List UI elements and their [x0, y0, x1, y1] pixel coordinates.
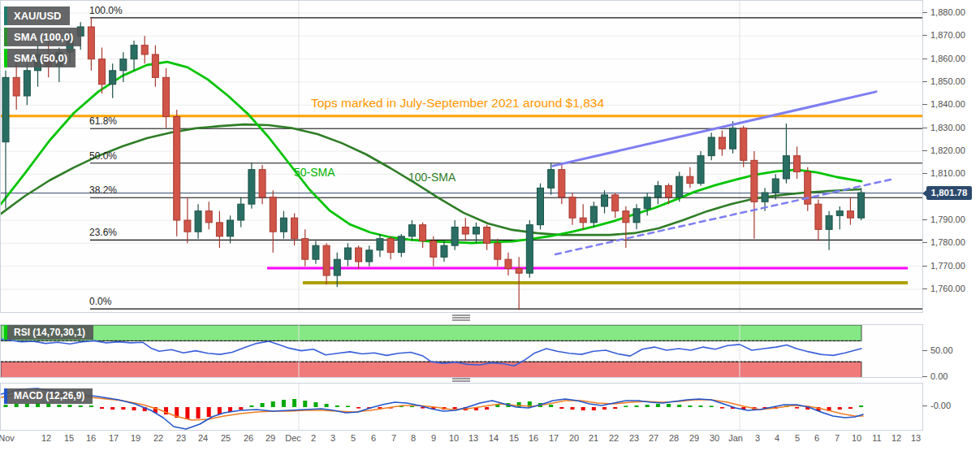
rsi-pane[interactable]: [0, 324, 923, 378]
candlestick-chart: [1, 1, 922, 312]
date-label: 11: [872, 433, 881, 443]
date-label: Dec: [285, 433, 301, 443]
fib-level-label: 38.2%: [89, 184, 117, 196]
date-label: 17: [549, 433, 559, 443]
date-label: 28: [669, 433, 679, 443]
axis-tick: [922, 104, 927, 105]
fib-level-label: 23.6%: [89, 227, 117, 238]
axis-value-label: 1,770.00: [930, 261, 965, 271]
rsi-legend[interactable]: RSI (14,70,30,1): [4, 325, 93, 340]
axis-tick: [922, 35, 927, 36]
macd-legend[interactable]: MACD (12,26,9): [4, 388, 93, 404]
date-label: 13: [468, 433, 478, 443]
trading-chart-app: XAU/USD SMA (100,0) SMA (50,0) Tops mark…: [0, 0, 980, 451]
date-label: 9: [431, 433, 436, 443]
axis-value-label: 1,790.00: [930, 215, 965, 224]
date-label: 10: [449, 433, 459, 443]
axis-value-label: 1,830.00: [930, 123, 965, 132]
date-label: 8: [411, 433, 416, 443]
date-label: Nov: [0, 433, 15, 443]
rsi-label: RSI (14,70,30,1): [14, 327, 85, 338]
date-label: 30: [710, 433, 719, 443]
axis-tick: [922, 128, 927, 128]
axis-tick: [922, 376, 927, 377]
axis-value-label: 1,810.00: [930, 168, 965, 178]
date-label: 15: [509, 433, 519, 443]
date-label: 6: [371, 433, 376, 443]
last-price-badge: 1,801.78: [926, 186, 972, 200]
pane-resize-handle[interactable]: [452, 314, 470, 321]
axis-tick: [922, 242, 927, 243]
symbol-color-bar: [4, 7, 7, 25]
fib-level-label: 61.8%: [89, 115, 117, 127]
macd-color-bar: [4, 388, 7, 404]
date-label: 16: [529, 433, 538, 443]
sma100-legend[interactable]: SMA (100,0): [4, 28, 81, 46]
rsi-color-bar: [4, 325, 7, 340]
axis-value-label: 1,850.00: [930, 76, 965, 86]
date-label: 7: [391, 433, 396, 443]
date-label: 23: [629, 433, 639, 443]
date-label: 17: [109, 433, 119, 443]
sma50-legend[interactable]: SMA (50,0): [4, 49, 76, 67]
date-label: 27: [649, 433, 658, 443]
date-label: 23: [176, 433, 186, 443]
date-label: 21: [589, 433, 598, 443]
sma50-label: SMA (50,0): [14, 52, 67, 64]
sma50-line-label: 50-SMA: [294, 166, 335, 179]
sma100-label: SMA (100,0): [14, 31, 73, 43]
axis-value-label: 0.00: [930, 371, 948, 381]
axis-value-label: 50.00: [930, 345, 953, 355]
axis-value-label: -0.00: [930, 401, 951, 410]
date-label: 14: [489, 433, 499, 443]
macd-chart: [1, 384, 922, 430]
axis-tick: [922, 150, 927, 151]
fib-level-label: 50.0%: [89, 150, 117, 162]
tops-annotation: Tops marked in July-September 2021 aroun…: [311, 96, 604, 111]
date-label: 10: [852, 433, 861, 443]
rsi-chart: [1, 325, 922, 377]
axis-value-label: 1,880.00: [930, 7, 965, 17]
sma100-color-bar: [4, 28, 7, 46]
axis-value-label: 1,860.00: [930, 54, 965, 63]
axis-tick: [922, 405, 927, 406]
date-label: 29: [266, 433, 275, 443]
date-label: 12: [41, 433, 51, 443]
date-label: 13: [911, 433, 921, 443]
sma100-line-label: 100-SMA: [408, 171, 455, 184]
date-label: Jan: [728, 433, 743, 443]
axis-tick: [922, 81, 927, 82]
date-label: 29: [689, 433, 699, 443]
axis-tick: [922, 59, 927, 59]
date-label: 7: [835, 433, 840, 443]
date-label: 25: [221, 433, 231, 443]
fib-level-label: 100.0%: [89, 5, 123, 16]
macd-pane[interactable]: [0, 383, 923, 431]
axis-tick: [922, 12, 927, 13]
axis-tick: [922, 288, 927, 289]
fib-level-label: 0.0%: [89, 296, 111, 307]
date-label: 6: [814, 433, 819, 443]
date-label: 22: [609, 433, 619, 443]
symbol-legend[interactable]: XAU/USD: [4, 7, 70, 25]
date-label: 3: [330, 433, 335, 443]
axis-tick: [922, 219, 927, 220]
date-label: 26: [244, 433, 253, 443]
axis-value-label: 1,760.00: [930, 284, 965, 293]
date-label: 5: [351, 433, 356, 443]
axis-value-label: 1,780.00: [930, 237, 965, 247]
date-label: 20: [569, 433, 579, 443]
axis-tick: [922, 350, 927, 351]
axis-value-label: 1,840.00: [930, 99, 965, 109]
date-label: 16: [86, 433, 96, 443]
date-label: 24: [198, 433, 208, 443]
axis-value-label: 1,870.00: [930, 30, 965, 40]
axis-tick: [922, 266, 927, 267]
axis-tick: [922, 173, 927, 174]
symbol-label: XAU/USD: [14, 10, 62, 22]
date-label: 12: [891, 433, 901, 443]
main-chart-pane[interactable]: [0, 0, 923, 313]
date-label: 22: [153, 433, 163, 443]
macd-label: MACD (12,26,9): [14, 390, 84, 401]
sma50-color-bar: [4, 49, 7, 67]
